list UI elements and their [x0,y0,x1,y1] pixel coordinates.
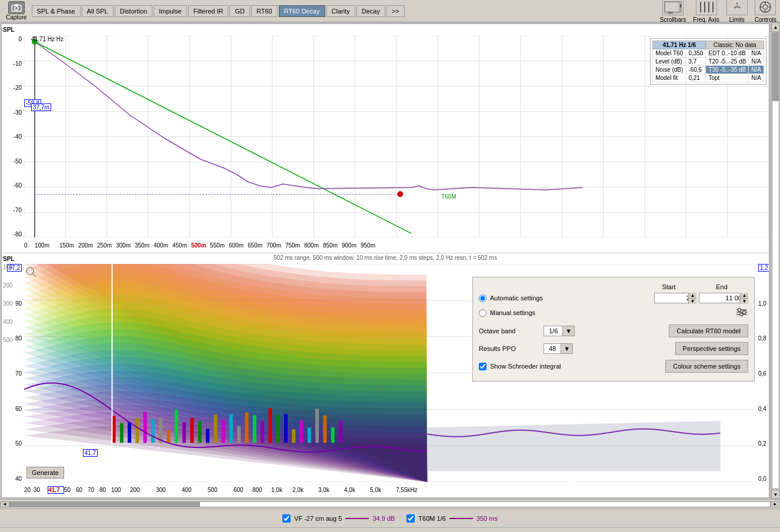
freq-axis-icon [696,0,717,15]
legend-value-1: 350 ms [476,515,498,522]
scroll-right-btn[interactable]: ► [771,501,780,507]
end-down[interactable]: ▼ [740,299,748,304]
manual-radio[interactable] [479,309,486,317]
generate-button[interactable]: Generate [26,467,64,479]
scrollbars-tool[interactable]: Scrollbars [660,0,686,23]
svg-rect-7 [668,12,673,14]
freq-marker: 41,71 Hz Hz [31,36,64,42]
scrollbars-label: Scrollbars [660,16,686,23]
perspective-btn[interactable]: Perspective settings [675,342,748,355]
overlay-panel: Start End Automatic settings ▲ [472,277,755,382]
right-tools: Scrollbars Freq. Axis ↔↕ Limits Controls [660,0,776,23]
info-t30-label: T30 -5..-35 dB [706,66,749,74]
info-t20-label: T20 -5..-25 dB [706,58,749,66]
start-input-wrapper: ▲ ▼ [654,293,696,303]
svg-rect-6 [680,4,681,8]
tab-all-spl[interactable]: All SPL [82,5,114,17]
hscroll-track[interactable] [9,501,771,507]
svg-rect-3 [665,2,681,12]
info-t20-val: N/A [749,58,764,66]
main-content: SPL 0 -10 -20 -30 -40 -50 -60 -70 -80 41… [0,22,780,499]
info-model-t60-val: 0,350 [686,49,706,58]
tab-gd[interactable]: GD [229,5,250,17]
freq-bands: 100 200 300 400 500 [3,264,19,343]
legend-check-1[interactable] [406,514,415,523]
tab-impulse[interactable]: Impulse [154,5,187,17]
tab-bar: SPL & PhaseAll SPLDistortionImpulseFilte… [32,5,405,17]
manual-settings-icon[interactable] [735,307,748,319]
start-down[interactable]: ▼ [688,299,696,304]
svg-point-1 [15,6,18,10]
results-label: Results PPO [479,345,544,352]
results-dropdown[interactable]: ▼ [561,344,572,353]
legend-value-0: 34,9 dB [372,515,395,522]
octave-select-wrapper: 1/6 ▼ [544,326,575,336]
info-modelfit-label: Model fit [653,74,686,82]
svg-text:↕: ↕ [735,1,739,9]
tab---[interactable]: >> [386,5,405,17]
legend-line-1 [449,518,473,519]
upper-y-label: SPL [3,26,14,33]
t60m-label: T60M [441,193,456,200]
start-up[interactable]: ▲ [688,293,696,299]
info-modelfit-val: 0,21 [686,74,706,82]
octave-value: 1/6 [544,326,562,336]
tab-spl---phase[interactable]: SPL & Phase [32,5,81,17]
scroll-down-btn[interactable]: ▼ [771,490,780,499]
scroll-left-btn[interactable]: ◄ [0,501,9,507]
lower-x-marker: 41,7 [83,449,98,457]
end-input-wrapper: ▲ ▼ [699,293,748,303]
info-t30-val: N/A [749,66,764,74]
svg-point-24 [743,311,746,314]
x-value-label: 37,7m [31,103,51,111]
tab-rt60-decay[interactable]: RT60 Decay [279,5,325,17]
end-up[interactable]: ▲ [740,293,748,299]
results-ppo-row: Results PPO 48 ▼ Perspective settings [479,342,748,355]
status-text: 502 ms range, 500 ms window, 10 ms rise … [274,255,497,261]
end-header: End [695,283,748,290]
start-spinner: ▲ ▼ [688,293,696,303]
octave-dropdown[interactable]: ▼ [562,326,574,336]
capture-label: Capture [6,14,27,21]
auto-settings-row: Automatic settings ▲ ▼ [479,293,748,303]
svg-point-15 [763,5,768,9]
results-value: 48 [544,344,561,353]
capture-button[interactable]: Capture [4,0,29,22]
capture-icon [8,1,25,14]
controls-tool[interactable]: Controls [755,0,776,23]
tab-decay[interactable]: Decay [356,5,385,17]
svg-rect-2 [15,4,18,6]
vscroll-track[interactable] [772,32,779,489]
calc-rt60-btn[interactable]: Calculate RT60 model [669,324,748,337]
auto-radio[interactable] [479,295,486,302]
legend-check-0[interactable] [282,514,291,523]
info-classic: Classic: No data [706,41,764,49]
lower-y-axis-right: 1,2 1,0 0,8 0,6 0,4 0,2 0,0 [757,264,769,482]
lower-x-axis: 20 30 41,7 50 60 70 80 100 200 300 400 5… [24,482,757,497]
tab-rt60[interactable]: RT60 [251,5,278,17]
schroeder-label: Show Schroeder integral [490,363,665,370]
scroll-up-btn[interactable]: ▲ [771,22,780,32]
limits-label: Limits [729,16,745,23]
upper-x-axis: 0 100m 150m 200m 250m 300m 350m 400m 450… [24,237,769,253]
manual-label: Manual settings [490,309,733,316]
schroeder-checkbox[interactable] [479,363,486,370]
limits-icon: ↔↕ [726,0,748,15]
manual-settings-row: Manual settings [479,307,748,319]
limits-tool[interactable]: ↔↕ Limits [726,0,748,23]
info-model-t60-label: Model T60 [653,49,686,58]
upper-chart: SPL 0 -10 -20 -30 -40 -50 -60 -70 -80 41… [2,24,769,253]
chart-column: SPL 0 -10 -20 -30 -40 -50 -60 -70 -80 41… [1,24,769,498]
info-edt-label: EDT 0..-10 dB [706,49,749,58]
start-header: Start [642,283,695,290]
colour-scheme-btn[interactable]: Colour scheme settings [665,360,748,373]
legend-item-0: VF -27 cm aug 5 34,9 dB [282,514,395,523]
tab-distortion[interactable]: Distortion [115,5,152,17]
freq-axis-tool[interactable]: Freq. Axis [693,0,719,23]
tab-filtered-ir[interactable]: Filtered IR [188,5,229,17]
tab-clarity[interactable]: Clarity [326,5,355,17]
info-freq: 41,71 Hz 1/6 [653,41,706,49]
results-select-wrapper: 48 ▼ [544,343,573,354]
controls-icon [755,0,776,15]
legend-bar: VF -27 cm aug 5 34,9 dB T60M 1/6 350 ms [0,508,780,527]
